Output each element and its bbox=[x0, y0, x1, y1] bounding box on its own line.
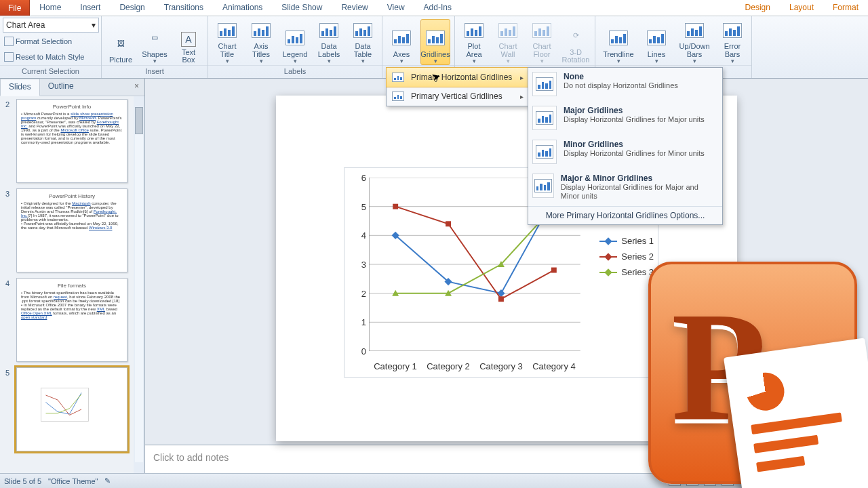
close-pane-button[interactable]: × bbox=[129, 79, 144, 96]
gridlines-button[interactable]: Gridlines▾ bbox=[420, 19, 450, 65]
insert-textbox-button[interactable]: AText Box bbox=[174, 19, 203, 65]
slide-thumbnail-current[interactable] bbox=[16, 367, 127, 451]
svg-rect-14 bbox=[446, 221, 451, 226]
slide-number: 4 bbox=[5, 278, 12, 362]
chart-title-button[interactable]: Chart Title▾ bbox=[212, 19, 242, 65]
gridlines-menu: Primary Horizontal Gridlines▸ Primary Ve… bbox=[386, 67, 528, 106]
tab-chart-format[interactable]: Format bbox=[823, 0, 868, 16]
submenu-arrow-icon: ▸ bbox=[520, 74, 524, 81]
insert-picture-button[interactable]: 🖼Picture bbox=[106, 19, 136, 65]
plot-area-icon bbox=[463, 20, 485, 41]
chart-floor-icon bbox=[531, 20, 553, 41]
axis-titles-icon bbox=[250, 20, 272, 41]
axes-icon bbox=[391, 27, 412, 49]
picture-icon: 🖼 bbox=[110, 33, 132, 54]
slides-pane: Slides Outline × 2 PowerPoint Info • Mic… bbox=[0, 79, 145, 473]
updown-icon bbox=[684, 20, 705, 41]
ribbon-tabs: File Home Insert Design Transitions Anim… bbox=[0, 0, 868, 16]
chart-title-icon bbox=[216, 20, 238, 41]
major-icon bbox=[532, 106, 557, 130]
group-current-selection: Current Selection bbox=[0, 65, 101, 77]
slide-number: 5 bbox=[5, 367, 12, 451]
tab-insert[interactable]: Insert bbox=[71, 0, 110, 16]
error-bars-button[interactable]: Error Bars▾ bbox=[717, 19, 747, 65]
rotation-icon: ⟳ bbox=[565, 25, 587, 47]
gridlines-option-minor[interactable]: Minor GridlinesDisplay Horizontal Gridli… bbox=[528, 136, 722, 169]
data-table-icon bbox=[352, 20, 374, 41]
tab-chart-design[interactable]: Design bbox=[736, 0, 780, 16]
data-labels-button[interactable]: Data Labels▾ bbox=[314, 19, 344, 65]
theme-name: "Office Theme" bbox=[48, 477, 98, 485]
tab-review[interactable]: Review bbox=[332, 0, 377, 16]
reset-style-button[interactable]: Reset to Match Style bbox=[3, 50, 99, 64]
data-table-button[interactable]: Data Table▾ bbox=[348, 19, 378, 65]
group-labels: Labels bbox=[208, 65, 382, 77]
gridlines-more-options[interactable]: More Primary Horizontal Gridlines Option… bbox=[528, 206, 722, 224]
chevron-down-icon: ▾ bbox=[92, 20, 96, 30]
format-icon bbox=[4, 37, 14, 46]
gridlines-icon bbox=[425, 27, 446, 49]
chart-element-selector[interactable]: Chart Area▾ bbox=[3, 18, 99, 33]
thumbnails-scrollbar[interactable] bbox=[134, 96, 144, 473]
tab-animations[interactable]: Animations bbox=[213, 0, 272, 16]
slide-thumbnail[interactable]: PowerPoint Info • Microsoft PowerPoint i… bbox=[16, 99, 127, 183]
plot-area-button[interactable]: Plot Area▾ bbox=[459, 19, 489, 65]
svg-rect-16 bbox=[551, 268, 557, 273]
tab-addins[interactable]: Add-Ins bbox=[414, 0, 461, 16]
legend-icon bbox=[284, 27, 306, 49]
tab-home[interactable]: Home bbox=[30, 0, 71, 16]
gridlines-v-icon bbox=[391, 89, 406, 103]
insert-shapes-button[interactable]: ▭Shapes▾ bbox=[140, 19, 170, 65]
updown-bars-button[interactable]: Up/Down Bars▾ bbox=[675, 19, 713, 65]
axes-button[interactable]: Axes▾ bbox=[387, 19, 416, 65]
horizontal-gridlines-submenu: NoneDo not display Horizontal Gridlines … bbox=[528, 67, 723, 225]
reset-icon bbox=[4, 52, 14, 62]
legend-button[interactable]: Legend▾ bbox=[280, 19, 310, 65]
shapes-icon: ▭ bbox=[144, 27, 165, 49]
data-labels-icon bbox=[318, 20, 340, 41]
chart-wall-icon bbox=[497, 20, 519, 41]
none-icon bbox=[532, 72, 557, 96]
minor-icon bbox=[532, 140, 557, 164]
trendline-button[interactable]: Trendline▾ bbox=[599, 19, 637, 65]
error-bars-icon bbox=[722, 20, 743, 41]
axis-titles-button[interactable]: Axis Titles▾ bbox=[246, 19, 276, 65]
tab-design[interactable]: Design bbox=[110, 0, 154, 16]
slide-thumbnail[interactable]: PowerPoint History • Originally designed… bbox=[16, 188, 127, 272]
tab-transitions[interactable]: Transitions bbox=[155, 0, 213, 16]
gridlines-option-major[interactable]: Major GridlinesDisplay Horizontal Gridli… bbox=[528, 102, 722, 136]
gridlines-h-icon bbox=[391, 70, 406, 84]
tab-slideshow[interactable]: Slide Show bbox=[272, 0, 332, 16]
slide-number: 3 bbox=[5, 188, 12, 272]
menu-primary-vertical-gridlines[interactable]: Primary Vertical Gridlines▸ bbox=[387, 87, 528, 106]
spellcheck-icon[interactable]: ✎ bbox=[104, 476, 111, 485]
format-selection-button[interactable]: Format Selection bbox=[3, 35, 99, 48]
lines-icon bbox=[646, 27, 667, 49]
tab-chart-layout[interactable]: Layout bbox=[780, 0, 823, 16]
svg-rect-15 bbox=[498, 296, 504, 302]
slide-number: 2 bbox=[5, 99, 12, 183]
powerpoint-logo-overlay: P bbox=[644, 258, 861, 488]
file-tab[interactable]: File bbox=[0, 0, 30, 16]
slide-thumbnail[interactable]: File formats • The binary format specifi… bbox=[16, 278, 127, 362]
chart-wall-button: Chart Wall▾ bbox=[493, 19, 523, 65]
chart-floor-button: Chart Floor▾ bbox=[527, 19, 557, 65]
group-insert: Insert bbox=[102, 65, 208, 77]
slide-position: Slide 5 of 5 bbox=[4, 477, 41, 485]
rotation-3d-button: ⟳3-D Rotation bbox=[561, 19, 591, 65]
gridlines-option-both[interactable]: Major & Minor GridlinesDisplay Horizonta… bbox=[528, 169, 722, 206]
both-icon bbox=[532, 174, 554, 198]
outline-tab[interactable]: Outline bbox=[40, 79, 82, 96]
menu-primary-horizontal-gridlines[interactable]: Primary Horizontal Gridlines▸ bbox=[386, 67, 528, 87]
textbox-icon: A bbox=[181, 32, 196, 47]
gridlines-option-none[interactable]: NoneDo not display Horizontal Gridlines bbox=[528, 68, 722, 102]
lines-button[interactable]: Lines▾ bbox=[642, 19, 671, 65]
submenu-arrow-icon: ▸ bbox=[520, 93, 524, 100]
slides-tab[interactable]: Slides bbox=[0, 79, 40, 96]
tab-view[interactable]: View bbox=[378, 0, 414, 16]
trendline-icon bbox=[608, 27, 629, 49]
svg-rect-13 bbox=[393, 204, 398, 209]
